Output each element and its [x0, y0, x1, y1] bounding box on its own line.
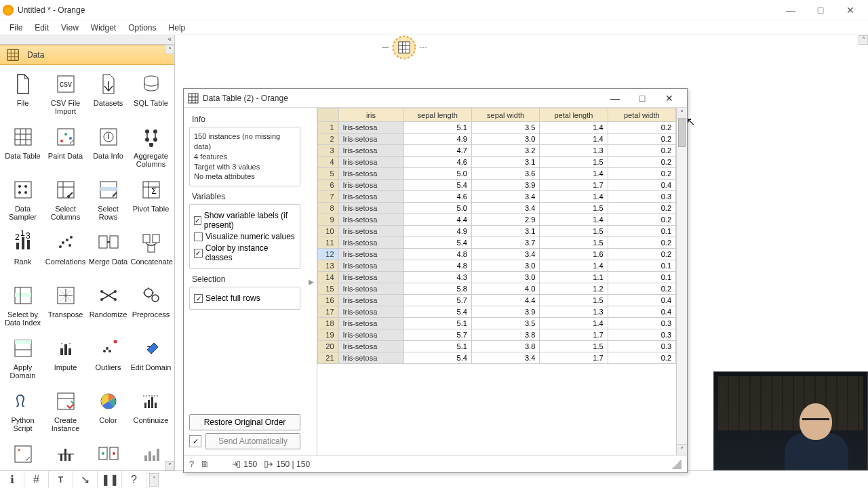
cell-value[interactable]: 3.9 [471, 180, 539, 191]
cell-value[interactable]: 3.0 [471, 260, 539, 272]
grid-tool-icon[interactable]: # [24, 471, 49, 489]
cell-value[interactable]: 0.2 [608, 283, 675, 295]
table-row[interactable]: 13Iris-setosa4.83.01.40.1 [318, 260, 676, 272]
checkbox-visualize-numeric[interactable] [194, 232, 203, 241]
widget-paint-data[interactable]: Paint Data [44, 121, 87, 174]
cell-value[interactable]: 1.5 [540, 203, 608, 214]
table-row[interactable]: 15Iris-setosa5.84.01.20.2 [318, 283, 676, 295]
widget-partial[interactable] [1, 438, 44, 470]
col-header-index[interactable] [318, 108, 339, 122]
table-row[interactable]: 14Iris-setosa4.33.01.10.1 [318, 272, 676, 283]
widget-pivot-table[interactable]: ΣPivot Table [130, 174, 172, 226]
cell-value[interactable]: 1.5 [540, 157, 608, 168]
table-row[interactable]: 2Iris-setosa4.93.01.40.2 [318, 134, 676, 145]
cell-value[interactable]: 1.4 [540, 318, 608, 329]
cell-class[interactable]: Iris-setosa [338, 283, 403, 295]
widget-data-table[interactable]: Data Table [1, 121, 44, 174]
widget-data-sampler[interactable]: Data Sampler [1, 174, 44, 226]
cell-value[interactable]: 0.1 [608, 272, 675, 283]
widget-color[interactable]: Color [87, 385, 130, 438]
widget-partial[interactable] [87, 438, 130, 470]
cell-value[interactable]: 3.6 [471, 168, 539, 180]
cell-value[interactable]: 3.8 [471, 341, 539, 352]
cell-value[interactable]: 1.6 [540, 249, 608, 260]
cell-value[interactable]: 0.2 [608, 203, 675, 214]
cell-class[interactable]: Iris-setosa [338, 318, 403, 329]
cell-class[interactable]: Iris-setosa [338, 226, 403, 237]
menu-file[interactable]: File [4, 22, 28, 34]
cell-value[interactable]: 5.0 [403, 168, 471, 180]
send-auto-checkbox[interactable] [189, 435, 201, 447]
cell-value[interactable]: 4.3 [403, 272, 471, 283]
cell-value[interactable]: 1.5 [540, 226, 608, 237]
cell-value[interactable]: 0.3 [608, 329, 675, 341]
scroll-up-icon[interactable]: ˄ [677, 108, 687, 119]
widget-select-rows[interactable]: Select Rows [87, 174, 130, 226]
cell-class[interactable]: Iris-setosa [338, 122, 403, 134]
widget-edit-domain[interactable]: TEdit Domain [130, 332, 172, 385]
cell-value[interactable]: 0.3 [608, 191, 675, 203]
widget-continuize[interactable]: Continuize [130, 385, 172, 438]
cell-value[interactable]: 3.8 [471, 329, 539, 341]
table-row[interactable]: 20Iris-setosa5.13.81.50.3 [318, 341, 676, 352]
panel-collapse-toggle[interactable]: ▸ [306, 108, 317, 455]
dialog-minimize-button[interactable]: — [601, 90, 629, 106]
col-header-3[interactable]: petal length [540, 108, 608, 122]
row-index[interactable]: 12 [318, 249, 339, 260]
cell-value[interactable]: 0.2 [608, 157, 675, 168]
row-index[interactable]: 14 [318, 272, 339, 283]
minimize-button[interactable]: — [776, 1, 806, 20]
cell-value[interactable]: 5.4 [403, 237, 471, 249]
cell-value[interactable]: 3.4 [471, 203, 539, 214]
cell-value[interactable]: 1.4 [540, 191, 608, 203]
widget-partial[interactable] [44, 438, 87, 470]
table-row[interactable]: 16Iris-setosa5.74.41.50.4 [318, 295, 676, 306]
row-index[interactable]: 17 [318, 306, 339, 318]
cell-class[interactable]: Iris-setosa [338, 134, 403, 145]
widget-randomize[interactable]: Randomize [87, 279, 130, 332]
cell-value[interactable]: 1.4 [540, 168, 608, 180]
widget-rank[interactable]: 213Rank [1, 226, 44, 279]
row-index[interactable]: 19 [318, 329, 339, 341]
cell-value[interactable]: 1.5 [540, 295, 608, 306]
cell-value[interactable]: 1.7 [540, 352, 608, 364]
cell-value[interactable]: 3.2 [471, 145, 539, 157]
widget-concatenate[interactable]: Concatenate [130, 226, 172, 279]
table-row[interactable]: 9Iris-setosa4.42.91.40.2 [318, 214, 676, 226]
cell-value[interactable]: 0.2 [608, 237, 675, 249]
cell-value[interactable]: 0.2 [608, 352, 675, 364]
cell-value[interactable]: 4.4 [403, 214, 471, 226]
cell-value[interactable]: 1.2 [540, 283, 608, 295]
cell-value[interactable]: 1.5 [540, 341, 608, 352]
cell-value[interactable]: 5.4 [403, 180, 471, 191]
cell-value[interactable]: 3.4 [471, 352, 539, 364]
cell-class[interactable]: Iris-setosa [338, 249, 403, 260]
dialog-maximize-button[interactable]: □ [629, 90, 656, 106]
report-icon[interactable]: 🗎 [201, 459, 210, 469]
row-index[interactable]: 10 [318, 226, 339, 237]
table-row[interactable]: 18Iris-setosa5.13.51.40.3 [318, 318, 676, 329]
col-header-0[interactable]: iris [338, 108, 403, 122]
table-row[interactable]: 6Iris-setosa5.43.91.70.4 [318, 180, 676, 191]
cell-class[interactable]: Iris-setosa [338, 157, 403, 168]
cell-value[interactable]: 4.0 [471, 283, 539, 295]
cell-class[interactable]: Iris-setosa [338, 341, 403, 352]
arrow-tool-icon[interactable]: ↘ [73, 471, 98, 489]
table-vertical-scrollbar[interactable]: ˄ ˅ [676, 108, 687, 455]
row-index[interactable]: 9 [318, 214, 339, 226]
table-row[interactable]: 21Iris-setosa5.43.41.70.2 [318, 352, 676, 364]
menu-options[interactable]: Options [123, 22, 161, 34]
checkbox-select-full-rows[interactable] [194, 294, 203, 303]
table-row[interactable]: 7Iris-setosa4.63.41.40.3 [318, 191, 676, 203]
cell-value[interactable]: 3.0 [471, 134, 539, 145]
cell-class[interactable]: Iris-setosa [338, 306, 403, 318]
widget-apply-domain[interactable]: Apply Domain [1, 332, 44, 385]
cell-class[interactable]: Iris-setosa [338, 214, 403, 226]
cell-value[interactable]: 0.3 [608, 318, 675, 329]
cell-value[interactable]: 3.9 [471, 306, 539, 318]
cell-value[interactable]: 4.8 [403, 249, 471, 260]
menu-widget[interactable]: Widget [85, 22, 121, 34]
cell-value[interactable]: 0.2 [608, 145, 675, 157]
table-row[interactable]: 11Iris-setosa5.43.71.50.2 [318, 237, 676, 249]
cell-value[interactable]: 0.2 [608, 122, 675, 134]
